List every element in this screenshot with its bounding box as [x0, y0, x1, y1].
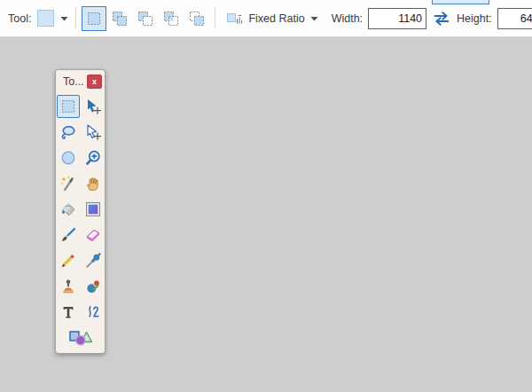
- top-toolbar: Tool:: [0, 0, 532, 37]
- fixed-ratio-dropdown[interactable]: Fixed Ratio: [223, 8, 320, 29]
- intersect-selection-icon: [162, 10, 180, 27]
- tool-ellipse-select[interactable]: [57, 146, 80, 169]
- move-selection-icon: [84, 123, 102, 141]
- ellipse-select-icon: [59, 149, 77, 167]
- recolor-icon: [84, 278, 102, 295]
- tool-color-picker[interactable]: [82, 249, 105, 272]
- tool-gradient[interactable]: [82, 198, 105, 221]
- tool-shapes[interactable]: [59, 326, 102, 349]
- color-picker-icon: [84, 252, 102, 270]
- tool-label: Tool:: [8, 12, 31, 25]
- shapes-icon: [67, 329, 94, 347]
- fixed-ratio-label: Fixed Ratio: [248, 12, 304, 25]
- paint-bucket-icon: [59, 200, 77, 218]
- gradient-icon: [84, 200, 102, 218]
- tool-paint-bucket[interactable]: [57, 198, 80, 221]
- tool-line-curve[interactable]: [82, 301, 105, 324]
- eraser-icon: [84, 226, 102, 244]
- selection-mode-add-button[interactable]: [107, 6, 132, 31]
- close-button[interactable]: x: [87, 74, 102, 89]
- text-icon: [59, 303, 77, 321]
- pencil-icon: [59, 252, 77, 270]
- tool-pan[interactable]: [82, 172, 105, 195]
- tools-window-titlebar[interactable]: To... x: [56, 70, 105, 92]
- rectangle-select-icon: [59, 98, 77, 115]
- toolbar-separator: [75, 7, 76, 29]
- tool-move-selected-pixels[interactable]: [82, 95, 105, 118]
- move-pixels-icon: [84, 98, 102, 115]
- tools-grid: [56, 92, 105, 353]
- chevron-down-icon: [60, 16, 68, 21]
- swap-width-height-button[interactable]: [432, 11, 451, 27]
- tools-window-title: To...: [63, 75, 87, 88]
- selection-mode-group: [82, 6, 209, 31]
- tool-rectangle-select[interactable]: [57, 95, 80, 118]
- width-label: Width:: [332, 12, 363, 25]
- tool-move-selection[interactable]: [82, 121, 105, 144]
- tool-eraser[interactable]: [82, 223, 105, 247]
- tool-dropdown[interactable]: [35, 8, 70, 28]
- rectangle-select-swatch-icon: [37, 10, 54, 27]
- workspace-background: To... x: [0, 37, 532, 392]
- tool-lasso-select[interactable]: [57, 121, 80, 144]
- selection-mode-subtract-button[interactable]: [133, 6, 158, 31]
- tool-magic-wand[interactable]: [57, 172, 80, 195]
- tool-recolor[interactable]: [82, 275, 105, 298]
- selection-mode-intersect-button[interactable]: [159, 6, 184, 31]
- subtract-selection-icon: [137, 10, 154, 27]
- tool-pencil[interactable]: [57, 249, 80, 272]
- selection-mode-invert-button[interactable]: [184, 6, 209, 31]
- invert-xor-selection-icon: [188, 10, 206, 27]
- selection-mode-replace-button[interactable]: [82, 6, 106, 31]
- zoom-icon: [84, 149, 102, 167]
- clipped-toolbar-button-fragment: [432, 0, 489, 4]
- tool-zoom[interactable]: [82, 146, 105, 169]
- height-input[interactable]: [497, 8, 532, 29]
- replace-selection-icon: [85, 10, 103, 27]
- tools-floating-window: To... x: [55, 69, 106, 354]
- width-input[interactable]: [368, 8, 426, 29]
- fixed-ratio-icon: [225, 10, 243, 27]
- pan-hand-icon: [84, 175, 102, 192]
- lasso-select-icon: [59, 123, 77, 141]
- tool-paintbrush[interactable]: [57, 223, 80, 247]
- height-label: Height:: [457, 12, 492, 25]
- magic-wand-icon: [59, 175, 77, 192]
- swap-width-height-icon: [432, 11, 451, 27]
- line-curve-icon: [84, 303, 102, 321]
- tool-text[interactable]: [57, 301, 80, 324]
- clone-stamp-icon: [59, 278, 77, 295]
- paintbrush-icon: [59, 226, 77, 244]
- toolbar-separator: [215, 7, 215, 29]
- tool-clone-stamp[interactable]: [57, 275, 80, 298]
- chevron-down-icon: [310, 16, 318, 21]
- add-union-selection-icon: [111, 10, 129, 27]
